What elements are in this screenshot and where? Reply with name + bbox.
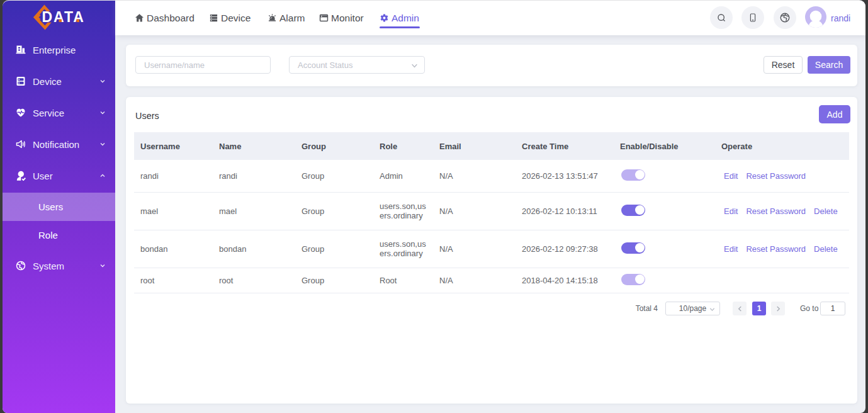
svg-text:DATA: DATA bbox=[42, 9, 85, 25]
